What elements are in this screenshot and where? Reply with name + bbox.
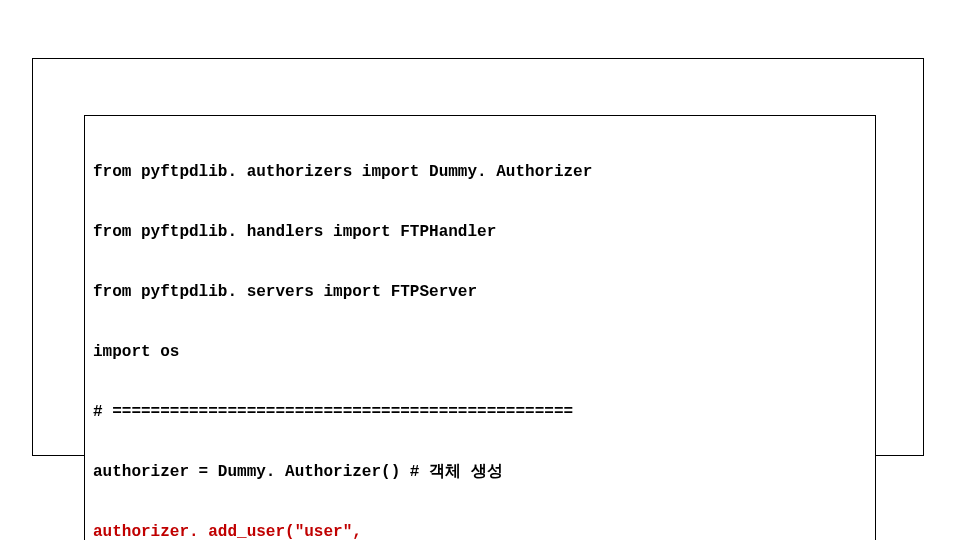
code-block: from pyftpdlib. authorizers import Dummy… <box>84 115 876 540</box>
code-line: from pyftpdlib. servers import FTPServer <box>93 282 867 302</box>
code-line: import os <box>93 342 867 362</box>
code-content: from pyftpdlib. authorizers import Dummy… <box>93 122 867 540</box>
code-line: # ======================================… <box>93 402 867 422</box>
code-line: from pyftpdlib. handlers import FTPHandl… <box>93 222 867 242</box>
code-line: from pyftpdlib. authorizers import Dummy… <box>93 162 867 182</box>
code-line: authorizer = Dummy. Authorizer() # 객체 생성 <box>93 462 867 482</box>
code-line-highlight: authorizer. add_user("user", <box>93 522 867 540</box>
